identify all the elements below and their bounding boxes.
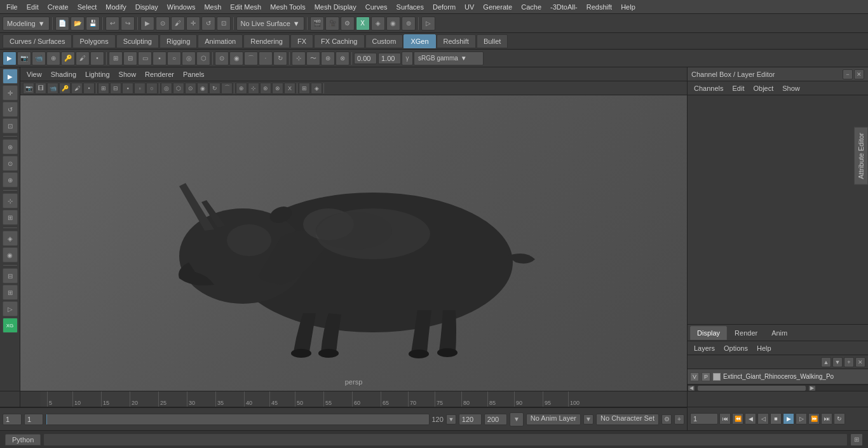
icon-tb-ring2[interactable]: ◎ bbox=[182, 51, 196, 65]
range-start-input[interactable] bbox=[3, 414, 22, 425]
vp-menu-lighting[interactable]: Lighting bbox=[81, 69, 114, 79]
cb-menu-show[interactable]: Show bbox=[778, 83, 804, 93]
vp-icon-snap4[interactable]: ⊗ bbox=[272, 83, 283, 94]
cb-menu-object[interactable]: Object bbox=[749, 83, 777, 93]
layer-entry[interactable]: V P Extinct_Giant_Rhinoceros_Walking_Po bbox=[688, 369, 868, 384]
dr-tab-display[interactable]: Display bbox=[690, 326, 727, 340]
lt-component-btn[interactable]: ◈ bbox=[3, 231, 18, 246]
undo-btn[interactable]: ↩ bbox=[105, 17, 119, 31]
icon-tb-snap-view[interactable]: ⊗ bbox=[336, 51, 349, 65]
icon-tb-select[interactable]: ▶ bbox=[3, 51, 17, 65]
vp-icon-camera[interactable]: 📷 bbox=[23, 83, 34, 94]
tb-btn-extra2[interactable]: ◉ bbox=[386, 17, 400, 31]
menu-mesh-display[interactable]: Mesh Display bbox=[311, 2, 360, 12]
icon-tb-grid2[interactable]: ⊟ bbox=[123, 51, 137, 65]
tab-sculpting[interactable]: Sculpting bbox=[116, 34, 159, 48]
layer-v-btn[interactable]: V bbox=[690, 372, 699, 381]
scale-btn[interactable]: ⊡ bbox=[217, 17, 231, 31]
lt-xgen-icon-btn[interactable]: XG bbox=[3, 318, 18, 333]
rotate-btn[interactable]: ↺ bbox=[201, 17, 215, 31]
vp-icon-cam2[interactable]: 📹 bbox=[47, 83, 58, 94]
tb-btn-extra4[interactable]: ▷ bbox=[421, 17, 435, 31]
icon-tb-camera-panel[interactable]: 📷 bbox=[17, 51, 31, 65]
pb-skip-start-btn[interactable]: ⏮ bbox=[719, 413, 731, 424]
pb-stop-btn[interactable]: ■ bbox=[770, 413, 782, 424]
menu-windows[interactable]: Windows bbox=[163, 2, 200, 12]
lt-scale-btn[interactable]: ⊡ bbox=[3, 118, 18, 133]
pb-skip-end-btn[interactable]: ⏭ bbox=[821, 413, 832, 424]
vp-menu-view[interactable]: View bbox=[23, 69, 46, 79]
render-settings-btn[interactable]: ⚙ bbox=[341, 17, 355, 31]
lo-help[interactable]: Help bbox=[753, 343, 775, 353]
tab-xgen[interactable]: XGen bbox=[403, 34, 435, 48]
scroll-right-btn[interactable]: ▶ bbox=[808, 385, 816, 391]
menu-edit-mesh[interactable]: Edit Mesh bbox=[226, 2, 265, 12]
vp-icon-smooth2[interactable]: ⊙ bbox=[185, 83, 196, 94]
icon-tb-circle[interactable]: ⊙ bbox=[215, 51, 229, 65]
tab-curves-surfaces[interactable]: Curves / Surfaces bbox=[3, 34, 72, 48]
icon-tb-ring[interactable]: ○ bbox=[167, 51, 181, 65]
layer-move-down-btn[interactable]: ▼ bbox=[832, 357, 843, 367]
lo-layers[interactable]: Layers bbox=[690, 343, 719, 353]
vp-menu-show[interactable]: Show bbox=[115, 69, 140, 79]
lt-anim-btn[interactable]: ▷ bbox=[3, 301, 18, 316]
vp-icon-key2[interactable]: 🔑 bbox=[59, 83, 71, 94]
cb-menu-channels[interactable]: Channels bbox=[690, 83, 727, 93]
vp-icon-ao[interactable]: ◉ bbox=[197, 83, 208, 94]
icon-tb-dot2[interactable]: · bbox=[259, 51, 273, 65]
icon-tb-brush[interactable]: 🖌 bbox=[76, 51, 90, 65]
tab-bullet[interactable]: Bullet bbox=[477, 34, 508, 48]
layer-move-up-btn[interactable]: ▲ bbox=[821, 357, 831, 367]
no-char-set-btn[interactable]: No Character Set bbox=[596, 414, 659, 425]
tb-btn-extra3[interactable]: ⊚ bbox=[402, 17, 416, 31]
vp-icon-brush2[interactable]: 🖌 bbox=[71, 83, 83, 94]
vp-icon-film[interactable]: 🎞 bbox=[35, 83, 46, 94]
vp-icon-lighting2[interactable]: ○ bbox=[146, 83, 158, 94]
pb-play-back-btn[interactable]: ◁ bbox=[757, 413, 769, 424]
char-set-btn1[interactable]: ⚙ bbox=[661, 414, 672, 424]
pb-loop-btn[interactable]: ↻ bbox=[834, 413, 845, 424]
vp-icon-grid2-display[interactable]: ⊹ bbox=[248, 83, 259, 94]
lasso-select-btn[interactable]: ⊙ bbox=[156, 17, 170, 31]
pb-prev-frame-btn[interactable]: ◀ bbox=[745, 413, 756, 424]
tab-fx[interactable]: FX bbox=[290, 34, 313, 48]
menu-file[interactable]: File bbox=[3, 2, 22, 12]
lt-last-tool-btn[interactable]: ⊙ bbox=[3, 156, 18, 171]
vp-icon-dof[interactable]: ⌒ bbox=[221, 83, 233, 94]
icon-tb-sphere[interactable]: ◉ bbox=[229, 51, 243, 65]
anim-layer-dropdown-btn[interactable]: ▼ bbox=[583, 414, 593, 424]
tab-rigging[interactable]: Rigging bbox=[159, 34, 197, 48]
vp-icon-motion-blur[interactable]: ↻ bbox=[209, 83, 220, 94]
menu-deform[interactable]: Deform bbox=[429, 2, 459, 12]
live-surface-dropdown[interactable]: No Live Surface ▼ bbox=[236, 17, 304, 31]
select-tool-btn[interactable]: ▶ bbox=[140, 17, 154, 31]
vp-icon-isolate[interactable]: ⊞ bbox=[299, 83, 310, 94]
lt-component2-btn[interactable]: ◉ bbox=[3, 247, 18, 262]
menu-mesh[interactable]: Mesh bbox=[200, 2, 225, 12]
icon-tb-grid[interactable]: ⊞ bbox=[109, 51, 123, 65]
layer-delete-btn[interactable]: ✕ bbox=[855, 357, 865, 367]
icon-tb-square[interactable]: ▪ bbox=[153, 51, 166, 65]
timeline-track[interactable] bbox=[46, 414, 430, 425]
playback-end-dropdown-btn[interactable]: ▼ bbox=[510, 412, 524, 426]
vp-menu-shading[interactable]: Shading bbox=[47, 69, 80, 79]
current-frame-input[interactable] bbox=[24, 414, 43, 425]
lt-rotate-btn[interactable]: ↺ bbox=[3, 102, 18, 117]
menu-3dtall[interactable]: -3DtoAll- bbox=[546, 2, 581, 12]
menu-edit[interactable]: Edit bbox=[23, 2, 43, 12]
icon-tb-refresh[interactable]: ↻ bbox=[273, 51, 287, 65]
icon-tb-video[interactable]: 📹 bbox=[32, 51, 46, 65]
scroll-left-btn[interactable]: ◀ bbox=[688, 385, 695, 391]
icon-tb-snap-curve[interactable]: 〜 bbox=[306, 51, 320, 65]
open-scene-btn[interactable]: 📂 bbox=[71, 17, 85, 31]
exposure-input[interactable] bbox=[378, 53, 401, 64]
range-options-btn[interactable]: ▼ bbox=[446, 414, 456, 424]
no-anim-layer-btn[interactable]: No Anim Layer bbox=[526, 414, 581, 425]
redo-btn[interactable]: ↪ bbox=[121, 17, 135, 31]
cb-menu-edit[interactable]: Edit bbox=[728, 83, 748, 93]
playback-end-input[interactable] bbox=[484, 414, 507, 425]
menu-select[interactable]: Select bbox=[74, 2, 101, 12]
current-frame-display[interactable] bbox=[690, 413, 718, 424]
lt-select-btn[interactable]: ▶ bbox=[3, 69, 18, 84]
lt-snap-btn[interactable]: ⊹ bbox=[3, 193, 18, 208]
